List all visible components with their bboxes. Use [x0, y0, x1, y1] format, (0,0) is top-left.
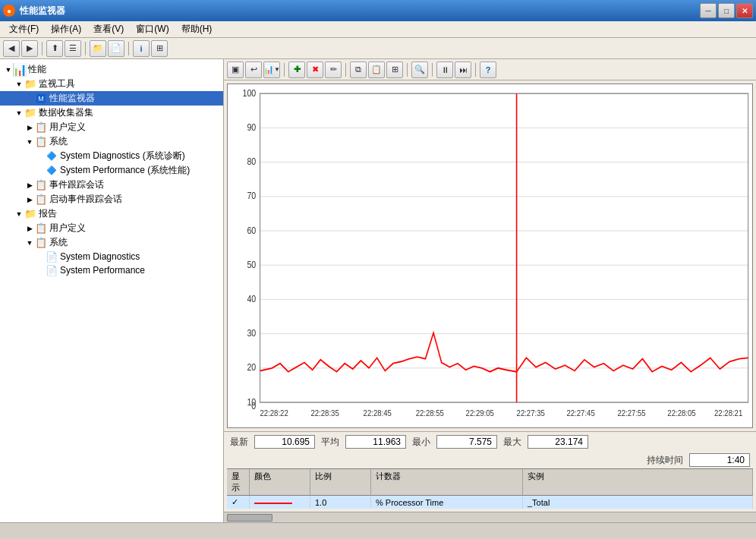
tree-sys-perf-report[interactable]: 📄 System Performance	[0, 263, 223, 277]
tree-reports[interactable]: ▼ 📁 报告	[0, 206, 223, 221]
duration-label: 持续时间	[647, 454, 683, 467]
app-icon: ●	[3, 5, 15, 17]
newest-value: 10.695	[254, 435, 315, 449]
expand-sys-col[interactable]: ▼	[24, 137, 35, 147]
doc-button[interactable]: 📄	[108, 40, 124, 57]
sys-collector-label: 系统	[49, 135, 68, 148]
tree-user-defined-1[interactable]: ▶ 📋 用户定义	[0, 120, 223, 134]
folder-button[interactable]: 📁	[90, 40, 106, 57]
menu-file[interactable]: 文件(F)	[3, 21, 45, 37]
col-header-show: 显示	[227, 469, 250, 495]
table-row[interactable]: ✓ 1.0 % Processor Time _Total	[227, 496, 753, 509]
graph-select-btn[interactable]: ▣	[227, 61, 244, 78]
tree-sys-perf[interactable]: 🔷 System Performance (系统性能)	[0, 163, 223, 178]
min-value: 7.575	[436, 435, 497, 449]
tree-startup-event[interactable]: ▶ 📋 启动事件跟踪会话	[0, 192, 223, 206]
doc-icon-perf: 🔷	[46, 165, 58, 177]
expand-user2[interactable]: ▶	[24, 223, 35, 234]
tree-monitor-tools[interactable]: ▼ 📁 监视工具	[0, 77, 223, 91]
grid-button[interactable]: ⊞	[151, 40, 168, 57]
close-button[interactable]: ✕	[736, 3, 753, 18]
sep1	[42, 42, 43, 55]
svg-text:100: 100	[242, 88, 256, 98]
menu-action[interactable]: 操作(A)	[45, 21, 87, 37]
svg-text:30: 30	[247, 329, 256, 339]
row-check[interactable]: ✓	[227, 496, 250, 509]
tree-data-collector[interactable]: ▼ 📁 数据收集器集	[0, 106, 223, 120]
reports-label: 报告	[39, 207, 57, 220]
folder-icon-reports: 📁	[24, 208, 36, 220]
h-scrollbar[interactable]	[224, 512, 756, 522]
maximize-button[interactable]: □	[718, 3, 735, 18]
graph-add-btn[interactable]: ✚	[288, 61, 305, 78]
graph-delete-btn[interactable]: ✖	[307, 61, 323, 78]
graph-zoom-btn[interactable]: 🔍	[411, 61, 428, 78]
row-color	[250, 496, 310, 509]
graph-view-btn[interactable]: 📊▼	[263, 61, 280, 78]
expand-sys-diag[interactable]	[35, 151, 46, 162]
expand-perf[interactable]	[24, 93, 35, 104]
status-bar	[0, 522, 756, 539]
expand-sys-rep[interactable]: ▼	[24, 238, 35, 248]
up-button[interactable]: ⬆	[46, 40, 63, 57]
svg-text:70: 70	[247, 191, 256, 201]
sys-diag-label: System Diagnostics (系统诊断)	[60, 150, 185, 162]
tree-sys-diag[interactable]: 🔷 System Diagnostics (系统诊断)	[0, 149, 223, 163]
graph-copy-btn[interactable]: ⧉	[350, 61, 367, 78]
col-header-scale: 比例	[310, 469, 371, 495]
svg-text:22:28:55: 22:28:55	[416, 409, 444, 418]
data-collector-label: 数据收集器集	[39, 106, 93, 119]
gsep2	[345, 63, 346, 77]
expand-event[interactable]: ▶	[24, 180, 35, 191]
expand-reports[interactable]: ▼	[14, 209, 24, 219]
stats-bar: 最新 10.695 平均 11.963 最小 7.575 最大 23.174	[224, 431, 756, 452]
data-table: 显示 颜色 比例 计数器 实例 ✓ 1.0 % Processor Time _…	[227, 468, 753, 509]
report-user-icon: 📋	[35, 222, 47, 235]
scrollbar-thumb[interactable]	[227, 514, 272, 522]
minimize-button[interactable]: ─	[700, 3, 717, 18]
tree-event-trace[interactable]: ▶ 📋 事件跟踪会话	[0, 178, 223, 192]
graph-paste-btn[interactable]: 📋	[368, 61, 385, 78]
sys-report-icon: 📋	[35, 237, 47, 249]
svg-text:22:27:55: 22:27:55	[617, 409, 645, 418]
info-button[interactable]: i	[133, 40, 150, 57]
show-button[interactable]: ☰	[65, 40, 81, 57]
tree-perf-monitor[interactable]: M 性能监视器	[0, 91, 223, 106]
graph-pause-btn[interactable]: ⏸	[436, 61, 453, 78]
graph-props-btn[interactable]: ⊞	[386, 61, 403, 78]
right-panel: ▣ ↩ 📊▼ ✚ ✖ ✏ ⧉ 📋 ⊞ 🔍 ⏸ ⏭ ?	[224, 59, 756, 522]
sys-diag-report-label: System Diagnostics	[60, 251, 140, 262]
sys-perf-label: System Performance (系统性能)	[60, 164, 190, 177]
tree-root[interactable]: ▼ 📊 性能	[0, 62, 223, 77]
expand-diag-rep[interactable]	[35, 251, 46, 262]
forward-button[interactable]: ▶	[21, 40, 38, 57]
max-value: 23.174	[528, 435, 588, 449]
svg-text:60: 60	[247, 225, 256, 235]
tree-sys-reports[interactable]: ▼ 📋 系统	[0, 235, 223, 250]
expand-startup[interactable]: ▶	[24, 194, 35, 205]
expand-monitor[interactable]: ▼	[14, 79, 24, 90]
graph-help-btn[interactable]: ?	[480, 61, 496, 78]
graph-toolbar: ▣ ↩ 📊▼ ✚ ✖ ✏ ⧉ 📋 ⊞ 🔍 ⏸ ⏭ ?	[224, 59, 756, 80]
svg-text:22:27:45: 22:27:45	[566, 409, 594, 418]
graph-back-btn[interactable]: ↩	[245, 61, 262, 78]
user-defined-1-label: 用户定义	[49, 121, 86, 134]
expand-sys-perf[interactable]	[35, 165, 46, 176]
tree-sys-diag-report[interactable]: 📄 System Diagnostics	[0, 250, 223, 263]
menu-help[interactable]: 帮助(H)	[175, 21, 219, 37]
expand-user1[interactable]: ▶	[24, 122, 35, 133]
perf-icon: 📊	[14, 64, 26, 76]
expand-perf-rep[interactable]	[35, 265, 46, 276]
expand-collector[interactable]: ▼	[14, 108, 24, 118]
left-panel: ▼ 📊 性能 ▼ 📁 监视工具 M 性能监视器 ▼ 📁	[0, 59, 224, 522]
menu-window[interactable]: 窗口(W)	[130, 21, 175, 37]
graph-edit-btn[interactable]: ✏	[325, 61, 342, 78]
graph-next-btn[interactable]: ⏭	[455, 61, 471, 78]
col-header-color: 颜色	[250, 469, 310, 495]
menu-view[interactable]: 查看(V)	[87, 21, 130, 37]
svg-text:20: 20	[247, 363, 256, 373]
back-button[interactable]: ◀	[3, 40, 20, 57]
monitor-tools-label: 监视工具	[39, 77, 75, 90]
tree-sys-collector[interactable]: ▼ 📋 系统	[0, 134, 223, 149]
tree-user-defined-2[interactable]: ▶ 📋 用户定义	[0, 221, 223, 235]
